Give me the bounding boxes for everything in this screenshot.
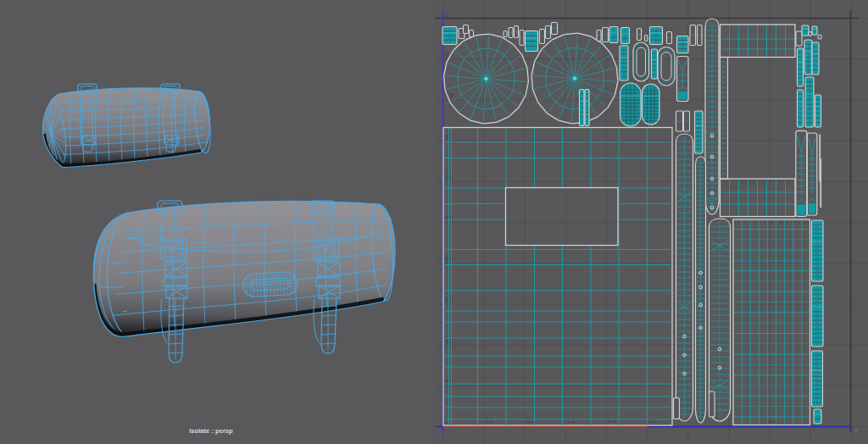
svg-text:0: 0 (444, 419, 448, 425)
svg-text:0.1: 0.1 (486, 418, 493, 424)
svg-text:1: 1 (445, 12, 448, 18)
svg-text:t: t (855, 428, 857, 434)
svg-text:0.3: 0.3 (567, 418, 575, 424)
svg-text:0.4: 0.4 (608, 418, 615, 424)
svg-text:0.5: 0.5 (649, 418, 657, 424)
svg-text:Isolate : persp: Isolate : persp (189, 427, 233, 435)
svg-text:0.2: 0.2 (526, 418, 534, 424)
